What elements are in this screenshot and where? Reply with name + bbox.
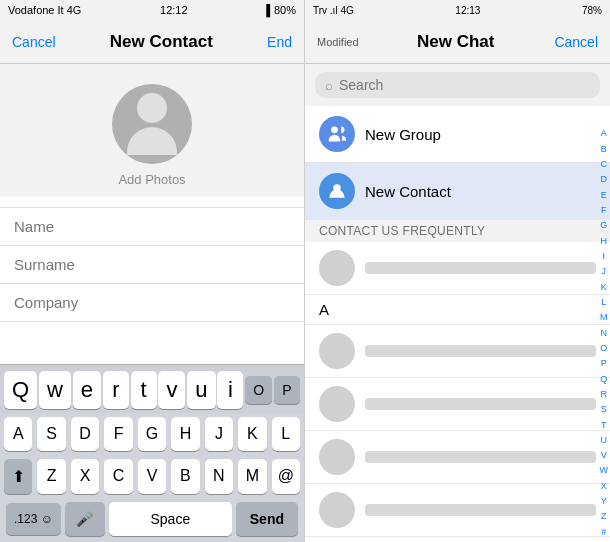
contact-row-a-2[interactable]	[305, 378, 610, 431]
key-O[interactable]: O	[245, 376, 272, 404]
status-bar-right: Trv .ıl 4G 12:13 78%	[305, 0, 610, 20]
alpha-N[interactable]: N	[601, 328, 608, 339]
space-key[interactable]: Space	[109, 502, 232, 536]
new-chat-panel: Trv .ıl 4G 12:13 78% Modified New Chat C…	[305, 0, 610, 542]
contact-row-a-1[interactable]	[305, 325, 610, 378]
key-D[interactable]: D	[71, 417, 99, 451]
new-group-item[interactable]: New Group	[305, 106, 610, 163]
alpha-D[interactable]: D	[601, 174, 608, 185]
contact-name-a1	[365, 345, 596, 357]
key-w[interactable]: w	[39, 371, 71, 409]
alpha-hash[interactable]: #	[601, 527, 606, 538]
svg-point-0	[331, 127, 338, 134]
alpha-F[interactable]: F	[601, 205, 607, 216]
name-input[interactable]	[14, 218, 290, 235]
alpha-P[interactable]: P	[601, 358, 607, 369]
cancel-button-right[interactable]: Cancel	[554, 34, 598, 50]
key-X[interactable]: X	[71, 459, 99, 494]
nav-bar-right: Modified New Chat Cancel	[305, 20, 610, 64]
person-icon	[319, 173, 355, 209]
alpha-A[interactable]: A	[601, 128, 607, 139]
avatar-circle[interactable]	[112, 84, 192, 164]
key-L[interactable]: L	[272, 417, 300, 451]
avatar-person-icon	[127, 93, 177, 155]
key-H[interactable]: H	[171, 417, 199, 451]
cancel-button-left[interactable]: Cancel	[12, 34, 56, 50]
key-S[interactable]: S	[37, 417, 65, 451]
company-input[interactable]	[14, 294, 290, 311]
key-N[interactable]: N	[205, 459, 233, 494]
name-field[interactable]	[0, 207, 304, 246]
contact-row-frequent-1[interactable]	[305, 242, 610, 295]
key-u[interactable]: u	[187, 371, 215, 409]
search-input-wrap[interactable]: ⌕	[315, 72, 600, 98]
key-i[interactable]: i	[217, 371, 243, 409]
alpha-M[interactable]: M	[600, 312, 608, 323]
key-e[interactable]: e	[73, 371, 101, 409]
alpha-J[interactable]: J	[602, 266, 607, 277]
alpha-C[interactable]: C	[601, 159, 608, 170]
battery-left: ▌80%	[266, 4, 296, 16]
shift-key[interactable]: ⬆	[4, 459, 32, 494]
alpha-Z[interactable]: Z	[601, 511, 607, 522]
carrier-left: Vodafone It 4G	[8, 4, 81, 16]
key-r[interactable]: r	[103, 371, 129, 409]
key-J[interactable]: J	[205, 417, 233, 451]
key-Q[interactable]: Q	[4, 371, 37, 409]
alpha-R[interactable]: R	[601, 389, 608, 400]
time-left: 12:12	[160, 4, 188, 16]
num-key[interactable]: .123 ☺	[6, 503, 61, 535]
avatar-section: Add Photos	[0, 64, 304, 197]
key-M[interactable]: M	[238, 459, 266, 494]
alphabet-index: A B C D E F G H I J K L M N O P Q R S T …	[600, 124, 609, 542]
avatar-body	[127, 127, 177, 155]
contact-row-a-3[interactable]	[305, 431, 610, 484]
key-C[interactable]: C	[104, 459, 132, 494]
modified-label: Modified	[317, 36, 357, 48]
alpha-B[interactable]: B	[601, 144, 607, 155]
key-A[interactable]: A	[4, 417, 32, 451]
new-contact-item[interactable]: New Contact	[305, 163, 610, 220]
alpha-S[interactable]: S	[601, 404, 607, 415]
contact-avatar-1	[319, 250, 355, 286]
alpha-X[interactable]: X	[601, 481, 607, 492]
key-K[interactable]: K	[238, 417, 266, 451]
alpha-Q[interactable]: Q	[600, 374, 607, 385]
key-at[interactable]: @	[272, 459, 300, 494]
company-field[interactable]	[0, 284, 304, 322]
time-right: 12:13	[455, 5, 480, 16]
key-G[interactable]: G	[138, 417, 166, 451]
alpha-H[interactable]: H	[601, 236, 608, 247]
send-key[interactable]: Send	[236, 502, 298, 536]
key-Z[interactable]: Z	[37, 459, 65, 494]
alpha-O[interactable]: O	[600, 343, 607, 354]
alpha-Y[interactable]: Y	[601, 496, 607, 507]
alpha-K[interactable]: K	[601, 282, 607, 293]
key-v[interactable]: v	[158, 371, 185, 409]
mic-key[interactable]: 🎤	[65, 502, 105, 536]
alpha-G[interactable]: G	[600, 220, 607, 231]
carrier-right: Trv .ıl 4G	[313, 5, 354, 16]
contact-avatar-a1	[319, 333, 355, 369]
search-input[interactable]	[339, 77, 590, 93]
add-photos-label[interactable]: Add Photos	[118, 172, 185, 187]
key-F[interactable]: F	[104, 417, 132, 451]
alpha-V[interactable]: V	[601, 450, 607, 461]
key-t[interactable]: t	[131, 371, 157, 409]
contact-avatar-a2	[319, 386, 355, 422]
alpha-I[interactable]: I	[602, 251, 605, 262]
surname-field[interactable]	[0, 246, 304, 284]
contact-row-a-4[interactable]	[305, 484, 610, 537]
alpha-W[interactable]: W	[600, 465, 609, 476]
surname-input[interactable]	[14, 256, 290, 273]
contact-name-1	[365, 262, 596, 274]
key-P[interactable]: P	[274, 376, 300, 404]
key-V[interactable]: V	[138, 459, 166, 494]
alpha-T[interactable]: T	[601, 420, 607, 431]
end-button[interactable]: End	[267, 34, 292, 50]
alpha-U[interactable]: U	[601, 435, 608, 446]
alpha-L[interactable]: L	[601, 297, 606, 308]
contact-row-a-5[interactable]	[305, 537, 610, 542]
alpha-E[interactable]: E	[601, 190, 607, 201]
key-B[interactable]: B	[171, 459, 199, 494]
